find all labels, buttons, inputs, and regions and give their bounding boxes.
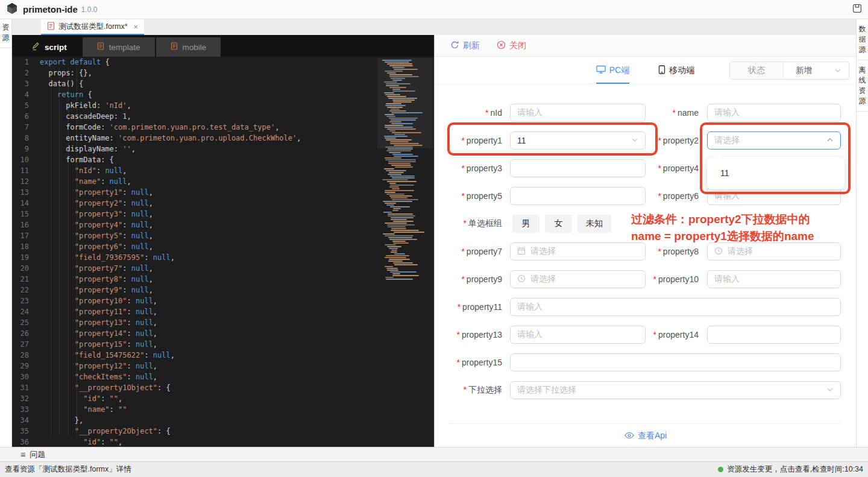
input-name[interactable]: 请输入 — [707, 104, 841, 122]
required-asterisk: * — [464, 385, 467, 394]
code-line: 7 formCode: 'com.primeton.yuan.pro.test_… — [12, 122, 434, 133]
statusbar-right[interactable]: 资源发生变更，点击查看,检查时间:10:34 — [718, 464, 863, 475]
line-number: 9 — [12, 144, 40, 154]
editor-tab-script[interactable]: script — [17, 37, 81, 57]
line-number: 18 — [12, 241, 40, 252]
status-select[interactable]: 新增 — [784, 62, 849, 79]
line-number: 31 — [12, 382, 40, 393]
radio-option-女[interactable]: 女 — [545, 215, 572, 233]
line-number: 27 — [12, 339, 40, 350]
dropdown-option-11[interactable]: 11 — [710, 163, 841, 183]
code-text: "id": "", — [40, 437, 122, 447]
editor-tab-label: script — [45, 43, 67, 52]
field-label-property8: *property8 — [647, 247, 699, 256]
line-number: 6 — [12, 111, 40, 122]
line-number: 13 — [12, 187, 40, 198]
input-property3[interactable] — [510, 159, 646, 177]
input-property14[interactable] — [707, 326, 841, 344]
statusbar-left-text: 查看资源「测试数据类型.formx」详情 — [5, 464, 131, 475]
input-property13[interactable]: 请输入 — [510, 326, 646, 344]
code-line: 1export default { — [12, 57, 434, 68]
placeholder-text: 请输入 — [517, 329, 542, 340]
code-text: "nId": null, — [40, 165, 127, 176]
minimap[interactable] — [377, 58, 433, 446]
field-label-name: *name — [647, 108, 699, 118]
radio-group-单选框组: 男女未知 — [512, 215, 611, 233]
app-logo-icon — [6, 2, 18, 16]
file-tab[interactable]: 测试数据类型.formx* × — [41, 19, 144, 35]
form-preview-panel: 刷新 关闭 PC端移动端 状态 新增 *nId请输入*name请输入*prope… — [434, 35, 856, 447]
line-number: 26 — [12, 328, 40, 339]
input-property7[interactable]: 请选择 — [510, 242, 646, 261]
line-number: 28 — [12, 350, 40, 361]
problems-bar[interactable]: ≡ 问题 — [0, 447, 868, 461]
sidebar-item-resources[interactable]: 资源 — [0, 19, 11, 48]
code-line: 34 }, — [12, 415, 434, 426]
line-number: 16 — [12, 220, 40, 230]
input-property8[interactable]: 请选择 — [707, 242, 841, 261]
code-line: 18 "property6": null, — [12, 241, 434, 252]
required-asterisk: * — [457, 358, 460, 367]
save-icon[interactable] — [852, 4, 862, 15]
code-line: 33 "name": "" — [12, 404, 434, 415]
pencil-icon — [31, 42, 40, 52]
line-number: 19 — [12, 252, 40, 263]
editor-tab-mobile[interactable]: mobile — [156, 37, 221, 57]
chevron-down-icon — [826, 385, 834, 395]
select-property2[interactable]: 请选择 — [707, 131, 841, 150]
view-api-link[interactable]: 查看Api — [450, 431, 841, 441]
app-header: primeton-ide 1.0.0 — [0, 0, 868, 19]
code-text: "property12": null, — [40, 361, 157, 371]
code-line: 29 "property12": null, — [12, 361, 434, 371]
rail-item-datasource[interactable]: 数据源 — [857, 19, 868, 60]
problems-label: 问题 — [30, 449, 45, 460]
form-row: *property11请输入 — [450, 298, 856, 316]
code-line: 35 "__property2Object": { — [12, 426, 434, 437]
editor-tab-template[interactable]: template — [83, 37, 155, 57]
code-text: "property3": null, — [40, 209, 153, 220]
code-text: "field_79367595": null, — [40, 252, 175, 263]
field-label-property2: *property2 — [647, 136, 699, 145]
select-property1[interactable]: 11 — [510, 131, 646, 150]
field-label-property11: *property11 — [450, 302, 502, 312]
form-rows: *nId请输入*name请输入*property111*property2请选择… — [450, 104, 856, 399]
radio-option-男[interactable]: 男 — [512, 215, 539, 233]
required-asterisk: * — [461, 191, 464, 201]
input-property15[interactable] — [510, 353, 841, 371]
code-text: "name": null, — [40, 176, 131, 187]
line-number: 10 — [12, 154, 40, 165]
refresh-button[interactable]: 刷新 — [450, 40, 480, 51]
code-area[interactable]: 1export default {2 props: {},3 data() {4… — [12, 57, 434, 447]
input-property11[interactable]: 请输入 — [510, 298, 841, 316]
input-nId[interactable]: 请输入 — [510, 104, 646, 122]
line-number: 15 — [12, 209, 40, 220]
code-lines: 1export default {2 props: {},3 data() {4… — [12, 57, 434, 447]
code-line: 24 "property11": null, — [12, 306, 434, 317]
placeholder-text: 请输入 — [714, 274, 740, 285]
statusbar-right-text: 资源发生变更，点击查看,检查时间:10:34 — [727, 464, 863, 475]
line-number: 2 — [12, 68, 40, 78]
code-text: "property11": null, — [40, 306, 157, 317]
field-label-property14: *property14 — [647, 330, 699, 340]
rail-item-offline-resources[interactable]: 离线资源 — [857, 60, 868, 112]
input-property5[interactable] — [510, 187, 646, 205]
device-tab-pc[interactable]: PC端 — [596, 57, 629, 84]
close-button[interactable]: 关闭 — [497, 40, 526, 51]
form-row: *property15 — [450, 353, 856, 371]
line-number: 24 — [12, 306, 40, 317]
select-下拉选择[interactable]: 请选择下拉选择 — [510, 381, 841, 399]
code-text: cascadeDeep: 1, — [40, 111, 131, 122]
code-line: 22 "property9": null, — [12, 285, 434, 295]
input-property10[interactable]: 请输入 — [707, 270, 841, 288]
tab-close-icon[interactable]: × — [134, 22, 139, 31]
line-number: 1 — [12, 57, 40, 68]
input-property6[interactable]: 请输入 — [707, 187, 841, 205]
app-version: 1.0.0 — [81, 5, 98, 14]
device-tab-mobile[interactable]: 移动端 — [658, 57, 694, 84]
code-text: pkField: 'nId', — [40, 100, 131, 111]
close-circle-icon — [497, 40, 506, 51]
input-property9[interactable]: 请选择 — [510, 270, 646, 288]
refresh-icon — [450, 40, 459, 51]
required-asterisk: * — [461, 163, 464, 173]
radio-option-未知[interactable]: 未知 — [577, 215, 611, 233]
